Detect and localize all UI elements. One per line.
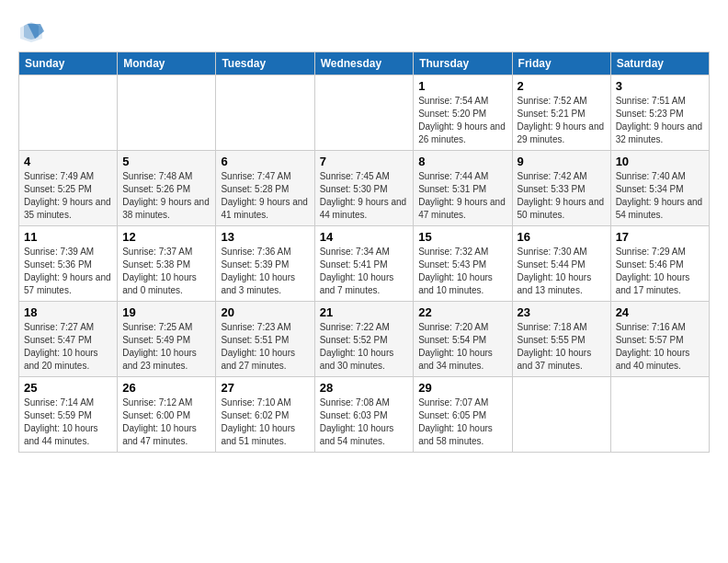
calendar-cell: 29Sunrise: 7:07 AM Sunset: 6:05 PM Dayli… [414,377,512,453]
weekday-header-row: SundayMondayTuesdayWednesdayThursdayFrid… [19,52,710,75]
day-number: 20 [221,305,309,319]
weekday-header-friday: Friday [512,52,610,75]
calendar-cell: 18Sunrise: 7:27 AM Sunset: 5:47 PM Dayli… [19,302,118,377]
day-info: Sunrise: 7:44 AM Sunset: 5:31 PM Dayligh… [418,170,506,222]
day-info: Sunrise: 7:42 AM Sunset: 5:33 PM Dayligh… [518,170,606,222]
calendar-week-row: 4Sunrise: 7:49 AM Sunset: 5:25 PM Daylig… [19,151,710,226]
day-number: 4 [24,155,112,168]
day-number: 16 [518,230,606,244]
weekday-header-saturday: Saturday [610,52,709,75]
day-number: 9 [518,155,606,168]
day-number: 24 [616,305,704,319]
day-info: Sunrise: 7:16 AM Sunset: 5:57 PM Dayligh… [616,321,704,373]
day-number: 29 [418,381,506,395]
calendar-cell: 13Sunrise: 7:36 AM Sunset: 5:39 PM Dayli… [216,226,314,302]
weekday-header-tuesday: Tuesday [216,52,314,75]
day-number: 2 [518,79,606,93]
day-number: 12 [122,230,210,244]
weekday-header-wednesday: Wednesday [314,52,414,75]
day-number: 27 [221,381,309,395]
day-number: 10 [616,155,704,168]
day-number: 21 [320,305,409,319]
day-number: 19 [122,305,210,319]
day-info: Sunrise: 7:39 AM Sunset: 5:36 PM Dayligh… [24,246,112,297]
calendar-cell: 11Sunrise: 7:39 AM Sunset: 5:36 PM Dayli… [19,226,118,302]
day-info: Sunrise: 7:14 AM Sunset: 5:59 PM Dayligh… [24,396,112,448]
calendar-cell: 12Sunrise: 7:37 AM Sunset: 5:38 PM Dayli… [118,226,216,302]
day-number: 17 [616,230,704,244]
day-info: Sunrise: 7:48 AM Sunset: 5:26 PM Dayligh… [122,170,210,222]
calendar-cell: 20Sunrise: 7:23 AM Sunset: 5:51 PM Dayli… [216,302,314,377]
calendar-cell [512,377,610,453]
day-info: Sunrise: 7:22 AM Sunset: 5:52 PM Dayligh… [320,321,409,373]
day-info: Sunrise: 7:49 AM Sunset: 5:25 PM Dayligh… [24,170,112,222]
calendar-cell: 27Sunrise: 7:10 AM Sunset: 6:02 PM Dayli… [216,377,314,453]
day-number: 26 [122,381,210,395]
calendar-cell: 25Sunrise: 7:14 AM Sunset: 5:59 PM Dayli… [19,377,118,453]
day-number: 8 [418,155,506,168]
day-number: 13 [221,230,309,244]
calendar-cell: 7Sunrise: 7:45 AM Sunset: 5:30 PM Daylig… [314,151,414,226]
calendar-cell: 1Sunrise: 7:54 AM Sunset: 5:20 PM Daylig… [414,75,512,151]
day-info: Sunrise: 7:30 AM Sunset: 5:44 PM Dayligh… [518,246,606,297]
day-info: Sunrise: 7:51 AM Sunset: 5:23 PM Dayligh… [616,95,704,146]
calendar-table: SundayMondayTuesdayWednesdayThursdayFrid… [18,52,710,453]
day-info: Sunrise: 7:40 AM Sunset: 5:34 PM Dayligh… [616,170,704,222]
weekday-header-monday: Monday [118,52,216,75]
day-number: 1 [418,79,506,93]
day-info: Sunrise: 7:25 AM Sunset: 5:49 PM Dayligh… [122,321,210,373]
logo-icon [18,18,44,44]
day-number: 23 [518,305,606,319]
calendar-cell: 2Sunrise: 7:52 AM Sunset: 5:21 PM Daylig… [512,75,610,151]
calendar-cell [118,75,216,151]
calendar-cell: 24Sunrise: 7:16 AM Sunset: 5:57 PM Dayli… [610,302,709,377]
day-info: Sunrise: 7:37 AM Sunset: 5:38 PM Dayligh… [122,246,210,297]
calendar-cell: 10Sunrise: 7:40 AM Sunset: 5:34 PM Dayli… [610,151,709,226]
day-info: Sunrise: 7:29 AM Sunset: 5:46 PM Dayligh… [616,246,704,297]
calendar-cell [314,75,414,151]
day-number: 18 [24,305,112,319]
day-number: 5 [122,155,210,168]
calendar-cell: 21Sunrise: 7:22 AM Sunset: 5:52 PM Dayli… [314,302,414,377]
calendar-cell: 17Sunrise: 7:29 AM Sunset: 5:46 PM Dayli… [610,226,709,302]
day-info: Sunrise: 7:32 AM Sunset: 5:43 PM Dayligh… [418,246,506,297]
calendar-cell: 26Sunrise: 7:12 AM Sunset: 6:00 PM Dayli… [118,377,216,453]
day-number: 11 [24,230,112,244]
calendar-cell: 8Sunrise: 7:44 AM Sunset: 5:31 PM Daylig… [414,151,512,226]
day-info: Sunrise: 7:10 AM Sunset: 6:02 PM Dayligh… [221,396,309,448]
day-info: Sunrise: 7:34 AM Sunset: 5:41 PM Dayligh… [320,246,409,297]
calendar-cell: 5Sunrise: 7:48 AM Sunset: 5:26 PM Daylig… [118,151,216,226]
day-info: Sunrise: 7:54 AM Sunset: 5:20 PM Dayligh… [418,95,506,146]
calendar-cell: 3Sunrise: 7:51 AM Sunset: 5:23 PM Daylig… [610,75,709,151]
calendar-cell: 14Sunrise: 7:34 AM Sunset: 5:41 PM Dayli… [314,226,414,302]
day-number: 14 [320,230,409,244]
day-info: Sunrise: 7:45 AM Sunset: 5:30 PM Dayligh… [320,170,409,222]
calendar-cell: 6Sunrise: 7:47 AM Sunset: 5:28 PM Daylig… [216,151,314,226]
day-number: 15 [418,230,506,244]
logo [18,18,48,44]
calendar-cell: 22Sunrise: 7:20 AM Sunset: 5:54 PM Dayli… [414,302,512,377]
calendar-week-row: 11Sunrise: 7:39 AM Sunset: 5:36 PM Dayli… [19,226,710,302]
weekday-header-sunday: Sunday [19,52,118,75]
day-number: 3 [616,79,704,93]
day-info: Sunrise: 7:08 AM Sunset: 6:03 PM Dayligh… [320,396,409,448]
calendar-cell [216,75,314,151]
day-info: Sunrise: 7:20 AM Sunset: 5:54 PM Dayligh… [418,321,506,373]
day-number: 22 [418,305,506,319]
calendar-cell: 23Sunrise: 7:18 AM Sunset: 5:55 PM Dayli… [512,302,610,377]
calendar-cell: 9Sunrise: 7:42 AM Sunset: 5:33 PM Daylig… [512,151,610,226]
day-info: Sunrise: 7:36 AM Sunset: 5:39 PM Dayligh… [221,246,309,297]
day-number: 7 [320,155,409,168]
day-number: 28 [320,381,409,395]
day-info: Sunrise: 7:47 AM Sunset: 5:28 PM Dayligh… [221,170,309,222]
header [18,15,710,44]
calendar-cell: 28Sunrise: 7:08 AM Sunset: 6:03 PM Dayli… [314,377,414,453]
calendar-week-row: 1Sunrise: 7:54 AM Sunset: 5:20 PM Daylig… [19,75,710,151]
day-number: 6 [221,155,309,168]
calendar-week-row: 18Sunrise: 7:27 AM Sunset: 5:47 PM Dayli… [19,302,710,377]
day-info: Sunrise: 7:52 AM Sunset: 5:21 PM Dayligh… [518,95,606,146]
day-info: Sunrise: 7:12 AM Sunset: 6:00 PM Dayligh… [122,396,210,448]
day-info: Sunrise: 7:27 AM Sunset: 5:47 PM Dayligh… [24,321,112,373]
calendar-cell: 15Sunrise: 7:32 AM Sunset: 5:43 PM Dayli… [414,226,512,302]
calendar-cell: 4Sunrise: 7:49 AM Sunset: 5:25 PM Daylig… [19,151,118,226]
